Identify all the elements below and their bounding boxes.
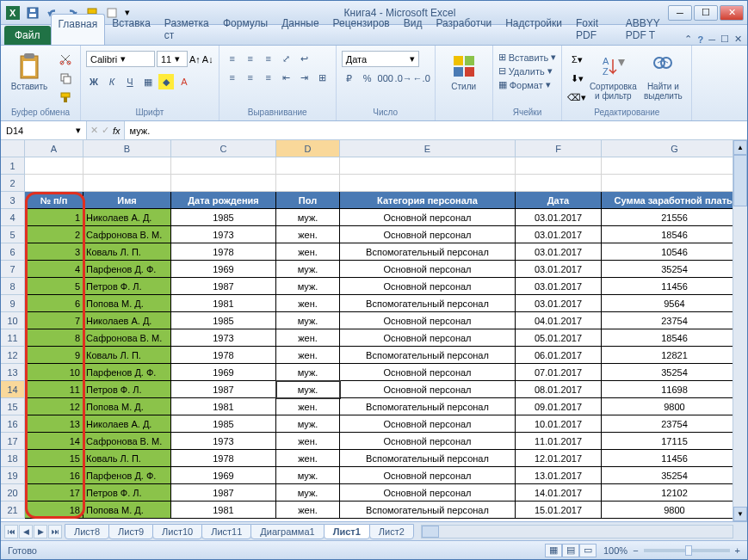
cell[interactable]: жен.: [276, 450, 340, 467]
cell[interactable]: Основной персонал: [340, 415, 516, 433]
zoom-level[interactable]: 100%: [603, 545, 627, 556]
cell[interactable]: 23754: [602, 415, 747, 433]
border-icon[interactable]: ▦: [140, 74, 156, 89]
cell[interactable]: Сафронова В. М.: [83, 329, 171, 347]
cell[interactable]: 10546: [602, 243, 747, 261]
ribbon-tab[interactable]: Разметка ст: [158, 14, 216, 45]
cell[interactable]: 5: [25, 278, 83, 295]
cell[interactable]: [25, 175, 83, 192]
cell[interactable]: 03.01.2017: [516, 278, 602, 295]
row-header[interactable]: 2: [1, 175, 25, 192]
cell[interactable]: жен.: [276, 398, 340, 415]
save-icon[interactable]: [24, 4, 41, 22]
ribbon-tab[interactable]: Вставка: [105, 14, 158, 45]
cell[interactable]: [602, 175, 747, 192]
bold-icon[interactable]: Ж: [86, 74, 102, 89]
cell[interactable]: Основной персонал: [340, 278, 516, 295]
grow-font-icon[interactable]: A↑: [189, 54, 201, 65]
cut-icon[interactable]: [56, 51, 75, 68]
scroll-down-icon[interactable]: ▼: [733, 507, 747, 521]
row-header[interactable]: 21: [1, 502, 25, 519]
cell[interactable]: 10.01.2017: [516, 415, 602, 433]
cell[interactable]: муж.: [276, 415, 340, 433]
font-color-icon[interactable]: A: [176, 74, 192, 89]
format-cells-button[interactable]: ▦Формат▾: [498, 78, 551, 91]
row-header[interactable]: 8: [1, 278, 25, 295]
excel-icon[interactable]: X: [4, 4, 22, 22]
fill-color-icon[interactable]: ◆: [158, 74, 174, 89]
fx-icon[interactable]: fx: [113, 126, 121, 136]
cell[interactable]: № п/п: [25, 192, 83, 209]
cell[interactable]: 1978: [171, 347, 276, 364]
cell[interactable]: Основной персонал: [340, 329, 516, 347]
cell[interactable]: Основной персонал: [340, 312, 516, 329]
merge-icon[interactable]: ⊞: [315, 70, 331, 85]
clear-icon[interactable]: ⌫▾: [567, 89, 586, 106]
cell[interactable]: Дата рождения: [171, 192, 276, 209]
ribbon-tab[interactable]: Главная: [51, 14, 106, 45]
cell[interactable]: 8: [25, 329, 83, 347]
cell[interactable]: 35254: [602, 261, 747, 278]
cell[interactable]: 18: [25, 502, 83, 519]
number-format-combo[interactable]: Дата▾: [342, 51, 419, 67]
cell[interactable]: [25, 157, 83, 175]
cell[interactable]: 1981: [171, 295, 276, 312]
cell[interactable]: 1973: [171, 226, 276, 243]
row-header[interactable]: 4: [1, 209, 25, 226]
column-header[interactable]: E: [340, 140, 516, 157]
fill-icon[interactable]: ⬇▾: [567, 70, 586, 87]
cell[interactable]: 09.01.2017: [516, 398, 602, 415]
cell[interactable]: Попова М. Д.: [83, 295, 171, 312]
cell[interactable]: 14: [25, 433, 83, 450]
cell[interactable]: 13.01.2017: [516, 467, 602, 484]
cell[interactable]: жен.: [276, 433, 340, 450]
cell[interactable]: Вспомогательный персонал: [340, 450, 516, 467]
help-icon[interactable]: ?: [697, 34, 703, 45]
row-header[interactable]: 16: [1, 415, 25, 433]
comma-icon[interactable]: 000: [378, 71, 393, 86]
zoom-slider[interactable]: [644, 549, 730, 552]
cell[interactable]: Сумма заработной платы: [602, 192, 747, 209]
cell[interactable]: 10: [25, 364, 83, 381]
cell[interactable]: 11.01.2017: [516, 433, 602, 450]
cell[interactable]: 04.01.2017: [516, 312, 602, 329]
paste-button[interactable]: Вставить: [6, 51, 53, 93]
cell[interactable]: 1985: [171, 312, 276, 329]
cell[interactable]: Попова М. Д.: [83, 398, 171, 415]
currency-icon[interactable]: ₽: [342, 71, 357, 86]
cell[interactable]: 06.01.2017: [516, 347, 602, 364]
cell[interactable]: жен.: [276, 226, 340, 243]
cell[interactable]: Коваль Л. П.: [83, 243, 171, 261]
font-name-combo[interactable]: Calibri▾: [86, 51, 155, 67]
horizontal-scrollbar[interactable]: [421, 525, 733, 538]
row-header[interactable]: 13: [1, 364, 25, 381]
row-header[interactable]: 10: [1, 312, 25, 329]
cell[interactable]: 07.01.2017: [516, 364, 602, 381]
sheet-tab[interactable]: Диаграмма1: [250, 524, 324, 539]
indent-dec-icon[interactable]: ⇤: [279, 70, 294, 85]
cell[interactable]: Основной персонал: [340, 364, 516, 381]
styles-button[interactable]: Стили: [441, 51, 487, 93]
cell[interactable]: Вспомогательный персонал: [340, 295, 516, 312]
cell[interactable]: 9: [25, 347, 83, 364]
cell[interactable]: жен.: [276, 243, 340, 261]
name-box[interactable]: D14▾: [1, 121, 87, 139]
cell[interactable]: 9800: [602, 398, 747, 415]
sheet-tab[interactable]: Лист8: [65, 524, 109, 539]
cell[interactable]: 11698: [602, 381, 747, 398]
cell[interactable]: 1969: [171, 467, 276, 484]
underline-icon[interactable]: Ч: [122, 74, 138, 89]
ribbon-tab[interactable]: ABBYY PDF T: [619, 14, 685, 45]
cell[interactable]: 23754: [602, 312, 747, 329]
sort-filter-button[interactable]: AZ Сортировка и фильтр: [590, 51, 636, 102]
autosum-icon[interactable]: Σ▾: [567, 51, 586, 68]
cell[interactable]: 11456: [602, 450, 747, 467]
cell[interactable]: Основной персонал: [340, 484, 516, 502]
cell[interactable]: [516, 175, 602, 192]
doc-minimize-icon[interactable]: ─: [708, 34, 715, 45]
align-top-icon[interactable]: ≡: [225, 51, 240, 66]
cell[interactable]: 35254: [602, 467, 747, 484]
cell[interactable]: 14.01.2017: [516, 484, 602, 502]
cell[interactable]: 12821: [602, 347, 747, 364]
column-header[interactable]: G: [602, 140, 747, 157]
